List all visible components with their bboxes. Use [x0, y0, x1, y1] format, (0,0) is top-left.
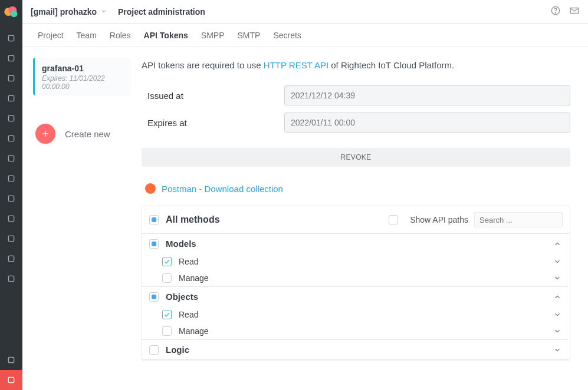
tab-team[interactable]: Team	[77, 31, 97, 40]
chevron-up-icon[interactable]	[553, 293, 561, 301]
tag-icon[interactable]	[0, 148, 22, 168]
plus-icon	[35, 124, 55, 144]
token-detail-pane: API tokens are required to use HTTP REST…	[136, 47, 588, 390]
main-area: [gmail] prohazko Project administration …	[22, 0, 588, 390]
all-methods-title: All methods	[166, 214, 389, 225]
svg-rect-14	[8, 256, 14, 261]
method-permission-row[interactable]: Manage	[142, 323, 569, 339]
clipboard-check-icon[interactable]	[0, 229, 22, 249]
tab-api-tokens[interactable]: API Tokens	[144, 31, 188, 40]
method-group-label: Models	[166, 239, 553, 249]
help-icon[interactable]	[550, 5, 561, 18]
checkbox-indeterminate[interactable]	[149, 292, 159, 302]
expires-at-field[interactable]	[284, 113, 570, 133]
token-card[interactable]: grafana-01 Expires: 11/01/2022 00:00:00	[33, 58, 131, 95]
show-api-paths-toggle[interactable]: Show API paths	[389, 215, 468, 224]
expires-at-label: Expires at	[142, 118, 284, 128]
http-rest-api-link[interactable]: HTTP REST API	[264, 60, 329, 70]
tab-secrets[interactable]: Secrets	[273, 31, 301, 40]
import-icon[interactable]	[0, 350, 22, 370]
chevron-down-icon[interactable]	[553, 346, 561, 354]
checkbox-unchecked[interactable]	[162, 326, 172, 336]
chevron-down-icon[interactable]	[553, 274, 561, 282]
chart-icon[interactable]	[0, 189, 22, 209]
method-group-models: ModelsReadManage	[142, 234, 569, 287]
chevron-down-icon[interactable]	[553, 257, 561, 266]
svg-rect-9	[8, 156, 14, 161]
all-methods-checkbox[interactable]	[149, 215, 159, 224]
method-group-logic: Logic	[142, 340, 569, 360]
tab-smpp[interactable]: SMPP	[201, 31, 225, 40]
methods-list[interactable]: ModelsReadManageObjectsReadManageLogicHa…	[142, 234, 570, 361]
chevron-down-icon[interactable]	[553, 327, 561, 335]
description-text: API tokens are required to use HTTP REST…	[142, 60, 570, 70]
checkbox-checked[interactable]	[162, 310, 172, 319]
mail-icon[interactable]	[569, 5, 580, 18]
top-bar: [gmail] prohazko Project administration	[22, 0, 588, 24]
issued-at-label: Issued at	[142, 91, 284, 101]
left-nav-rail	[0, 0, 22, 390]
bolt-icon[interactable]	[0, 108, 22, 128]
clipboard-icon[interactable]	[0, 128, 22, 148]
method-group-header[interactable]: Logic	[142, 340, 569, 359]
chevron-down-icon[interactable]	[553, 310, 561, 319]
show-api-paths-checkbox[interactable]	[389, 215, 398, 224]
create-new-label: Create new	[65, 129, 110, 139]
steering-icon[interactable]	[0, 249, 22, 269]
svg-rect-5	[8, 75, 14, 81]
method-permission-row[interactable]: Manage	[142, 270, 569, 286]
method-permission-label: Manage	[179, 326, 553, 336]
methods-search-input[interactable]	[474, 212, 563, 227]
token-card-expires: Expires: 11/01/2022 00:00:00	[42, 74, 124, 91]
method-permission-row[interactable]: Read	[142, 306, 569, 323]
flask-icon[interactable]	[0, 269, 22, 289]
checkbox-checked[interactable]	[162, 257, 172, 266]
method-permission-row[interactable]: Read	[142, 253, 569, 270]
svg-rect-12	[8, 216, 14, 221]
svg-rect-3	[8, 35, 14, 41]
sitemap-icon[interactable]	[0, 68, 22, 88]
chevron-down-icon	[100, 7, 107, 16]
tab-smtp[interactable]: SMTP	[238, 31, 261, 40]
tools-icon[interactable]	[0, 370, 22, 390]
method-group-label: Objects	[166, 292, 553, 302]
svg-rect-15	[8, 276, 14, 281]
method-permission-label: Manage	[179, 273, 553, 283]
svg-rect-13	[8, 236, 14, 241]
tabs-bar: ProjectTeamRolesAPI TokensSMPPSMTPSecret…	[22, 24, 588, 47]
method-group-label: Logic	[166, 345, 553, 355]
method-group-header[interactable]: Models	[142, 234, 569, 253]
svg-rect-7	[8, 115, 14, 121]
issued-at-field[interactable]	[284, 85, 570, 105]
method-group-header[interactable]: Objects	[142, 287, 569, 306]
create-new-button[interactable]: Create new	[33, 120, 131, 147]
methods-panel: All methods Show API paths ModelsReadMan…	[142, 206, 570, 361]
method-permission-label: Read	[179, 310, 553, 319]
svg-rect-6	[8, 95, 14, 101]
page-title: Project administration	[118, 7, 205, 16]
method-permission-label: Read	[179, 257, 553, 266]
svg-rect-11	[8, 196, 14, 201]
svg-point-19	[555, 12, 556, 13]
chevron-up-icon[interactable]	[553, 240, 561, 248]
postman-icon	[145, 183, 156, 194]
checkbox-unchecked[interactable]	[149, 345, 159, 355]
checkbox-indeterminate[interactable]	[149, 239, 159, 249]
square-icon[interactable]	[0, 48, 22, 68]
code-icon[interactable]	[0, 88, 22, 108]
postman-download-link[interactable]: Postman - Download collection	[162, 184, 283, 194]
tab-roles[interactable]: Roles	[110, 31, 131, 40]
revoke-button[interactable]: REVOKE	[142, 148, 570, 167]
svg-rect-8	[8, 135, 14, 141]
tab-project[interactable]: Project	[38, 31, 64, 40]
cube-icon[interactable]	[0, 28, 22, 48]
method-group-header[interactable]: Handlers	[142, 360, 569, 361]
checkbox-unchecked[interactable]	[162, 273, 172, 283]
svg-rect-4	[8, 55, 14, 61]
globe-icon[interactable]	[0, 168, 22, 189]
app-logo	[3, 4, 19, 20]
svg-rect-17	[8, 377, 14, 382]
method-group-handlers: Handlers	[142, 360, 569, 361]
project-selector[interactable]: [gmail] prohazko	[31, 7, 107, 16]
export-icon[interactable]	[0, 209, 22, 229]
